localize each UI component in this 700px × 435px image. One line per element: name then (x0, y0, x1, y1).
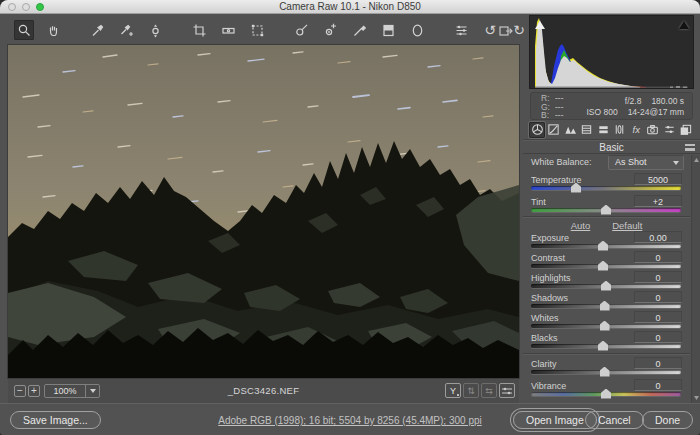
histogram (530, 16, 693, 88)
fullscreen-toggle-icon[interactable] (497, 22, 515, 40)
white-balance-tool-icon[interactable] (87, 20, 107, 40)
panel-tabs: fx (529, 121, 694, 138)
vibrance-slider[interactable] (531, 392, 681, 396)
done-button[interactable]: Done (642, 411, 693, 429)
tint-slider[interactable] (531, 208, 681, 212)
panel-title: Basic (523, 140, 700, 155)
exposure-slider-thumb[interactable] (598, 241, 608, 251)
temperature-row: Temperature 5000 (523, 175, 690, 193)
before-after-toggle-button[interactable]: Y (445, 383, 461, 398)
auto-link[interactable]: Auto (571, 220, 591, 231)
tint-row: Tint +2 (523, 197, 690, 215)
color-sampler-tool-icon[interactable] (116, 20, 136, 40)
clarity-slider[interactable] (531, 370, 681, 374)
tab-basic[interactable] (529, 122, 545, 138)
tab-hsl-grayscale[interactable] (579, 122, 595, 138)
exposure-row: Exposure 0.00 (523, 233, 690, 251)
shadows-slider[interactable] (531, 304, 681, 308)
tab-effects[interactable]: fx (628, 122, 644, 138)
exposure-label: Exposure (531, 233, 569, 243)
preferences-icon[interactable] (451, 20, 471, 40)
vibrance-value-field[interactable]: 0 (634, 379, 682, 391)
whites-slider[interactable] (531, 324, 681, 328)
swap-before-after-button[interactable]: ⇅ (463, 383, 479, 398)
targeted-adjustment-tool-icon[interactable] (145, 20, 165, 40)
contrast-value-field[interactable]: 0 (634, 251, 682, 263)
panel-scrollbar[interactable] (691, 155, 700, 403)
scroll-up-icon[interactable] (694, 158, 699, 162)
panel-menu-icon[interactable] (685, 144, 695, 151)
white-balance-select[interactable]: As Shot (608, 155, 684, 170)
whites-value-field[interactable]: 0 (634, 311, 682, 323)
clarity-label: Clarity (531, 359, 557, 369)
spot-removal-tool-icon[interactable] (291, 20, 311, 40)
highlights-slider-thumb[interactable] (601, 281, 611, 291)
tint-value-field[interactable]: +2 (634, 195, 682, 207)
tab-tone-curve[interactable] (546, 122, 562, 138)
blacks-slider-thumb[interactable] (598, 341, 608, 351)
copy-settings-button[interactable]: ⇆ (481, 383, 497, 398)
image-filename: _DSC3426.NEF (8, 385, 519, 396)
contrast-label: Contrast (531, 253, 565, 263)
default-link[interactable]: Default (612, 220, 642, 231)
graduated-filter-tool-icon[interactable] (378, 20, 398, 40)
whites-row: Whites 0 (523, 313, 690, 331)
cancel-button[interactable]: Cancel (585, 411, 644, 429)
window-title: Camera Raw 10.1 - Nikon D850 (0, 0, 700, 14)
contrast-slider[interactable] (531, 264, 681, 268)
highlights-label: Highlights (531, 273, 571, 283)
exposure-slider[interactable] (531, 244, 681, 248)
blacks-row: Blacks 0 (523, 333, 690, 351)
auto-default-row: AutoDefault (523, 220, 690, 231)
lens-value: 14-24@17 mm (628, 107, 684, 117)
highlights-slider[interactable] (531, 284, 681, 288)
tab-presets[interactable] (661, 122, 677, 138)
bottom-action-bar: Save Image... Adobe RGB (1998); 16 bit; … (0, 403, 700, 435)
exposure-value-field[interactable]: 0.00 (634, 231, 682, 243)
white-balance-row: White Balance: As Shot (523, 157, 690, 173)
iso-value: ISO 800 (586, 107, 617, 117)
aperture-value: f/2.8 (625, 96, 642, 106)
preview-settings-icon[interactable] (499, 383, 515, 398)
white-balance-chevron-icon (673, 161, 679, 165)
temperature-slider[interactable] (531, 186, 681, 190)
blacks-label: Blacks (531, 333, 558, 343)
transform-tool-icon[interactable] (247, 20, 267, 40)
red-eye-tool-icon[interactable] (320, 20, 340, 40)
tab-split-toning[interactable] (595, 122, 611, 138)
vibrance-slider-thumb[interactable] (601, 389, 611, 399)
titlebar: Camera Raw 10.1 - Nikon D850 (0, 0, 700, 14)
shadow-clipping-indicator[interactable] (533, 19, 546, 30)
zoom-tool-icon[interactable] (14, 20, 34, 40)
tab-snapshots[interactable] (678, 122, 694, 138)
straighten-tool-icon[interactable] (218, 20, 238, 40)
whites-slider-thumb[interactable] (600, 321, 610, 331)
image-preview-canvas[interactable] (8, 45, 519, 378)
statusbar: − + 100% _DSC3426.NEF Y ⇅ ⇆ (8, 378, 519, 403)
highlights-value-field[interactable]: 0 (634, 271, 682, 283)
rgb-b-value: --- (555, 111, 564, 120)
radial-filter-tool-icon[interactable] (407, 20, 427, 40)
blacks-value-field[interactable]: 0 (634, 331, 682, 343)
tab-detail[interactable] (562, 122, 578, 138)
crop-tool-icon[interactable] (189, 20, 209, 40)
temperature-value-field[interactable]: 5000 (634, 173, 682, 185)
shadows-value-field[interactable]: 0 (634, 291, 682, 303)
temperature-label: Temperature (531, 175, 582, 185)
shadows-slider-thumb[interactable] (600, 301, 610, 311)
adjustments-panel: R:--- G:--- B:--- f/2.8180.00 s ISO 8001… (523, 14, 700, 403)
panel-header: Basic (523, 139, 700, 154)
tab-camera-calibration[interactable] (645, 122, 661, 138)
adjustment-brush-tool-icon[interactable] (349, 20, 369, 40)
clarity-slider-thumb[interactable] (600, 367, 610, 377)
scroll-down-icon[interactable] (694, 396, 699, 400)
clarity-value-field[interactable]: 0 (634, 357, 682, 369)
highlight-clipping-indicator[interactable] (677, 19, 690, 30)
hand-tool-icon[interactable] (43, 20, 63, 40)
tab-lens-corrections[interactable] (612, 122, 628, 138)
clarity-row: Clarity 0 (523, 359, 690, 377)
tint-slider-thumb[interactable] (601, 205, 611, 215)
contrast-slider-thumb[interactable] (598, 261, 608, 271)
vibrance-row: Vibrance 0 (523, 381, 690, 399)
blacks-slider[interactable] (531, 344, 681, 348)
